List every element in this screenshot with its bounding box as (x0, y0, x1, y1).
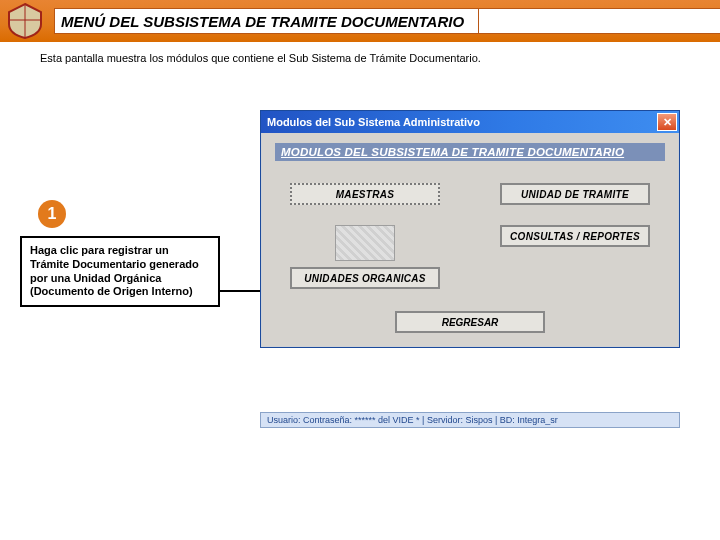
window-body: MODULOS DEL SUBSISTEMA DE TRAMITE DOCUME… (261, 133, 679, 347)
slide-title: MENÚ DEL SUBSISTEMA DE TRAMITE DOCUMENTA… (54, 8, 479, 34)
stage: 1 Haga clic para registrar un Trámite Do… (0, 70, 720, 540)
module-cell-maestras: MAESTRAS (275, 183, 455, 205)
module-banner: MODULOS DEL SUBSISTEMA DE TRAMITE DOCUME… (275, 143, 665, 161)
module-grid: MAESTRAS UNIDAD DE TRAMITE UNIDADES ORGA… (275, 183, 665, 289)
slide-header: MENÚ DEL SUBSISTEMA DE TRAMITE DOCUMENTA… (0, 0, 720, 42)
module-cell-unidades-organicas: UNIDADES ORGANICAS (275, 225, 455, 289)
country-emblem (0, 0, 50, 42)
consultas-reportes-button[interactable]: CONSULTAS / REPORTES (500, 225, 650, 247)
window-status-bar: Usuario: Contraseña: ****** del VIDE * |… (260, 412, 680, 428)
intro-text: Esta pantalla muestra los módulos que co… (40, 52, 720, 64)
window-title: Modulos del Sub Sistema Administrativo (267, 116, 480, 128)
document-stack-icon (335, 225, 395, 261)
header-fill (479, 8, 720, 34)
module-cell-consultas: CONSULTAS / REPORTES (485, 225, 665, 289)
window-close-button[interactable]: ✕ (657, 113, 677, 131)
unidad-tramite-button[interactable]: UNIDAD DE TRAMITE (500, 183, 650, 205)
callout-box: Haga clic para registrar un Trámite Docu… (20, 236, 220, 307)
window-titlebar: Modulos del Sub Sistema Administrativo ✕ (261, 111, 679, 133)
unidades-organicas-button[interactable]: UNIDADES ORGANICAS (290, 267, 440, 289)
module-cell-unidad-tramite: UNIDAD DE TRAMITE (485, 183, 665, 205)
regresar-button[interactable]: REGRESAR (395, 311, 545, 333)
regresar-row: REGRESAR (275, 311, 665, 333)
app-window: Modulos del Sub Sistema Administrativo ✕… (260, 110, 680, 348)
slide-root: MENÚ DEL SUBSISTEMA DE TRAMITE DOCUMENTA… (0, 0, 720, 540)
maestras-button[interactable]: MAESTRAS (290, 183, 440, 205)
close-icon: ✕ (663, 116, 672, 129)
step-number-badge: 1 (38, 200, 66, 228)
